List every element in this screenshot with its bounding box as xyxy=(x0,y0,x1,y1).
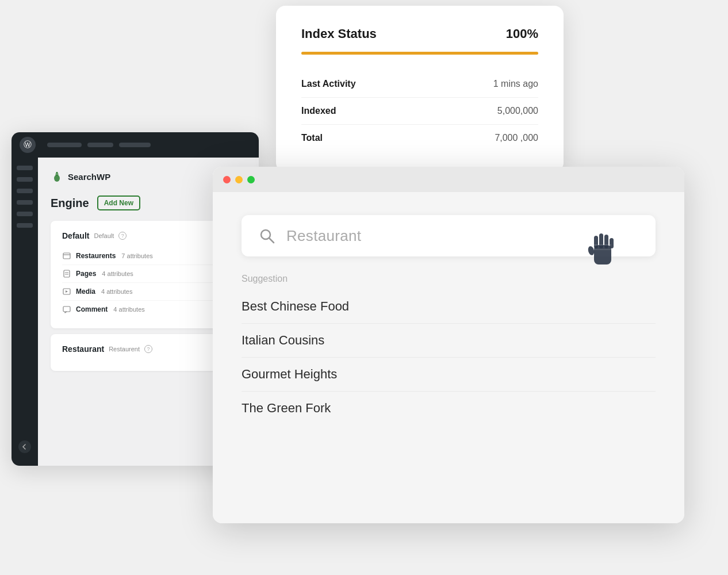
traffic-light-red[interactable] xyxy=(223,176,231,183)
wp-logo: Ⓦ xyxy=(20,137,36,153)
index-status-percent: 100% xyxy=(506,26,538,41)
searchwp-title: SearchWP xyxy=(68,172,110,182)
source-attrs-comment: 4 attributes xyxy=(113,306,144,313)
engine-name-default: Default xyxy=(62,231,89,240)
source-name-media: Media xyxy=(76,288,95,296)
media-icon xyxy=(62,287,71,296)
engine-help-restaurant[interactable]: ? xyxy=(144,345,152,353)
restaurents-icon xyxy=(62,251,71,260)
add-new-button[interactable]: Add New xyxy=(97,195,140,210)
wp-topbar-pills xyxy=(47,143,151,147)
svg-rect-1 xyxy=(56,173,59,176)
collapse-icon xyxy=(21,443,28,450)
wp-topbar: Ⓦ xyxy=(12,132,259,158)
engine-slug-default: Default xyxy=(94,232,114,239)
source-row-media: Media 4 attributes xyxy=(62,283,235,301)
source-name-pages: Pages xyxy=(76,270,96,278)
index-row-last-activity: Last Activity 1 mins ago xyxy=(301,71,538,98)
index-status-title: Index Status xyxy=(301,26,377,41)
last-activity-value: 1 mins ago xyxy=(493,79,538,89)
hand-cursor-icon xyxy=(584,228,621,274)
search-box[interactable]: Restaurant xyxy=(242,215,656,256)
suggestion-item-1[interactable]: Italian Cousins xyxy=(242,324,656,358)
source-row-comment: Comment 4 attributes xyxy=(62,301,235,318)
suggestion-item-3[interactable]: The Green Fork xyxy=(242,392,656,425)
sidebar-item-4 xyxy=(17,200,33,205)
index-status-card: Index Status 100% Last Activity 1 mins a… xyxy=(276,6,564,172)
suggestion-item-2[interactable]: Gourmet Heights xyxy=(242,358,656,392)
wp-pill-1 xyxy=(47,143,82,147)
progress-bar-container xyxy=(301,52,538,55)
sidebar-item-2 xyxy=(17,177,33,182)
source-attrs-media: 4 attributes xyxy=(101,288,132,295)
svg-rect-3 xyxy=(63,253,70,259)
engine-card-title-default: Default Default ? xyxy=(62,231,235,240)
source-row-pages: Pages 4 attributes xyxy=(62,265,235,283)
source-attrs-restaurents: 7 attributes xyxy=(121,252,152,259)
svg-line-12 xyxy=(270,239,274,243)
svg-point-18 xyxy=(587,246,595,256)
search-icon xyxy=(259,228,275,244)
sidebar-item-5 xyxy=(17,212,33,216)
wp-logo-icon: Ⓦ xyxy=(24,140,32,150)
last-activity-label: Last Activity xyxy=(301,79,356,89)
browser-titlebar xyxy=(213,167,684,192)
total-label: Total xyxy=(301,133,323,143)
svg-rect-2 xyxy=(56,172,58,174)
browser-content: Restaurant Suggestion Best Chinese Food xyxy=(213,192,684,523)
sidebar-item-1 xyxy=(17,166,33,170)
suggestion-item-0[interactable]: Best Chinese Food xyxy=(242,290,656,324)
wp-pill-3 xyxy=(119,143,151,147)
index-row-total: Total 7,000 ,000 xyxy=(301,125,538,151)
svg-rect-5 xyxy=(64,270,70,277)
index-row-indexed: Indexed 5,000,000 xyxy=(301,98,538,125)
total-value: 7,000 ,000 xyxy=(495,133,538,143)
source-name-comment: Comment xyxy=(76,305,108,313)
search-input-value: Restaurant xyxy=(286,227,361,245)
comment-icon xyxy=(62,305,71,314)
engine-card-title-restaurant: Restaurant Restaurent ? xyxy=(62,344,235,354)
svg-rect-15 xyxy=(599,233,603,248)
indexed-value: 5,000,000 xyxy=(497,106,538,116)
traffic-light-green[interactable] xyxy=(247,176,255,183)
svg-rect-16 xyxy=(604,235,608,248)
sidebar-item-6 xyxy=(17,223,33,228)
sidebar-collapse-button[interactable] xyxy=(18,440,31,453)
suggestion-section-label: Suggestion xyxy=(242,274,656,284)
engine-slug-restaurant: Restaurent xyxy=(109,346,140,352)
engine-name-restaurant: Restaurant xyxy=(62,344,104,354)
svg-rect-10 xyxy=(63,306,70,312)
index-status-header: Index Status 100% xyxy=(301,26,538,41)
wp-pill-2 xyxy=(87,143,113,147)
source-attrs-pages: 4 attributes xyxy=(102,270,133,277)
search-icon-wrap xyxy=(258,227,276,245)
wp-sidebar xyxy=(12,158,38,466)
svg-point-11 xyxy=(261,230,270,239)
sidebar-item-3 xyxy=(17,189,33,193)
indexed-label: Indexed xyxy=(301,106,336,116)
source-row-restaurents: Restaurents 7 attributes xyxy=(62,247,235,265)
source-name-restaurents: Restaurents xyxy=(76,252,116,260)
suggestions-list: Suggestion Best Chinese Food Italian Cou… xyxy=(242,274,656,425)
traffic-light-yellow[interactable] xyxy=(235,176,243,183)
searchwp-logo-icon xyxy=(51,170,63,183)
pages-icon xyxy=(62,269,71,278)
browser-window: Restaurant Suggestion Best Chinese Food xyxy=(213,167,684,523)
engine-label: Engine xyxy=(51,197,89,210)
engine-help-default[interactable]: ? xyxy=(118,232,127,240)
svg-rect-17 xyxy=(610,238,614,248)
svg-rect-14 xyxy=(594,236,598,248)
svg-marker-9 xyxy=(66,290,68,293)
progress-bar-fill xyxy=(301,52,538,55)
